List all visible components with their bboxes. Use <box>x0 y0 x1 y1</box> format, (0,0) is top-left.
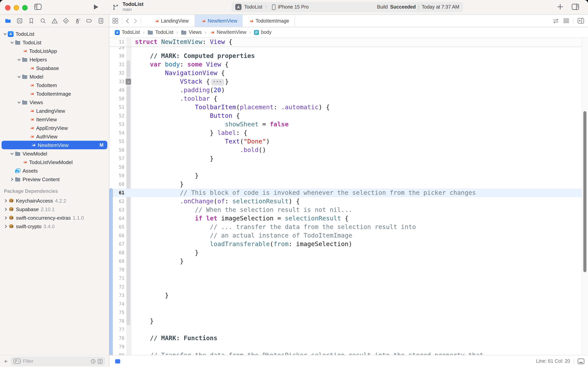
toggle-navigator-icon[interactable] <box>34 3 42 10</box>
tree-item-views[interactable]: Views <box>0 98 109 107</box>
bookmarks-icon[interactable] <box>28 17 35 24</box>
tree-item-todolistviewmodel[interactable]: TodoListViewModel <box>0 158 109 167</box>
breakpoints-icon[interactable] <box>86 17 92 24</box>
tree-item-todoitemimage[interactable]: TodoItemImage <box>0 89 109 98</box>
disclosure-chevron-icon[interactable] <box>16 58 22 61</box>
tree-item-newitemview[interactable]: NewItemViewM <box>1 141 107 149</box>
code-line[interactable]: 33› VStack {•••} <box>109 77 588 86</box>
package-item-supabase[interactable]: Supabase2.10.1 <box>0 205 109 213</box>
code-line[interactable]: 30 // MARK: Computed properties <box>109 52 588 60</box>
tree-item-todoitem[interactable]: TodoItem <box>0 81 109 89</box>
tree-item-helpers[interactable]: Helpers <box>0 55 109 64</box>
breadcrumb-item-views[interactable]: Views <box>181 30 202 35</box>
find-icon[interactable] <box>40 17 46 24</box>
tab-landingview[interactable]: LandingView <box>148 15 195 27</box>
code-line[interactable]: 51 ToolbarItem(placement: .automatic) { <box>109 103 588 112</box>
run-button[interactable] <box>93 4 99 10</box>
code-line[interactable]: 69 } <box>109 257 588 266</box>
disclosure-chevron-icon[interactable] <box>9 152 15 155</box>
source-control-filter-icon[interactable] <box>98 359 103 364</box>
tests-icon[interactable] <box>63 17 69 24</box>
run-destination[interactable]: iPhone 15 Pro <box>278 4 309 10</box>
code-line[interactable]: 31 var body: some View { <box>109 60 588 69</box>
code-line[interactable]: 49 .padding(20) <box>109 86 588 94</box>
code-line[interactable]: 76 } <box>109 317 588 325</box>
breadcrumb-item-newitemview[interactable]: NewItemView <box>210 30 246 35</box>
code-line[interactable]: 67 loadTransferable(from: imageSelection… <box>109 240 588 248</box>
breadcrumb-item-todolist[interactable]: TodoList <box>147 30 173 35</box>
code-line[interactable]: 75 <box>109 308 588 317</box>
disclosure-chevron-icon[interactable] <box>9 177 15 181</box>
code-line[interactable]: 58 <box>109 163 588 171</box>
zoom-button[interactable] <box>22 5 28 10</box>
editor-scrollbar[interactable] <box>582 38 588 355</box>
code-line[interactable]: 63 // When the selection result is not n… <box>109 206 588 214</box>
tree-item-authview[interactable]: AuthView <box>0 132 109 141</box>
disclosure-chevron-icon[interactable] <box>3 199 8 202</box>
code-line[interactable]: 55 Text("Done") <box>109 137 588 146</box>
disclosure-chevron-icon[interactable] <box>2 32 8 36</box>
breadcrumb-item-todolist[interactable]: ATodoList <box>115 30 140 35</box>
debug-icon[interactable] <box>75 17 81 24</box>
project-header[interactable]: TodoList main <box>112 1 143 12</box>
minimize-button[interactable] <box>14 5 19 10</box>
disclosure-chevron-icon[interactable] <box>16 100 22 104</box>
tab-newitemview[interactable]: NewItemView <box>195 15 243 27</box>
scrollbar-thumb[interactable] <box>583 111 587 272</box>
source-control-icon[interactable] <box>16 17 23 24</box>
code-line[interactable]: 68 } <box>109 248 588 257</box>
editor-only-mode-icon[interactable] <box>578 358 585 364</box>
disclosure-chevron-icon[interactable] <box>9 41 15 44</box>
code-line[interactable]: 72 <box>109 283 588 291</box>
scheme-target[interactable]: TodoList <box>244 4 262 10</box>
tree-item-todolistapp[interactable]: TodoListApp <box>0 47 109 55</box>
code-line[interactable]: 59 } <box>109 171 588 180</box>
project-navigator-icon[interactable] <box>5 17 11 24</box>
code-line[interactable]: 61 // This block of code is invoked when… <box>109 189 588 197</box>
filter-field[interactable]: Filter <box>11 357 105 366</box>
fold-marker-icon[interactable]: › <box>126 79 131 85</box>
close-button[interactable] <box>5 5 10 10</box>
scheme-bar[interactable]: A TodoList 〉 iPhone 15 Pro BuildSucceede… <box>231 2 463 12</box>
tree-item-assets[interactable]: Assets <box>0 167 109 175</box>
code-line[interactable]: 53 showSheet = false <box>109 120 588 129</box>
code-line[interactable]: 57 } <box>109 154 588 163</box>
swap-arrows-icon[interactable] <box>553 18 559 24</box>
recent-clock-icon[interactable] <box>91 359 96 364</box>
related-items-grid-icon[interactable] <box>109 15 121 27</box>
tab-todoitemimage[interactable]: TodoItemImage <box>243 15 295 27</box>
package-item-swift-concurrency-extras[interactable]: swift-concurrency-extras1.1.0 <box>0 213 109 222</box>
sticky-code-line[interactable]: 11struct NewItemView: View { <box>109 38 582 46</box>
disclosure-chevron-icon[interactable] <box>3 208 8 211</box>
go-back-icon[interactable] <box>123 15 131 27</box>
code-line[interactable]: 65 // ... transfer the data from the sel… <box>109 223 588 231</box>
code-line[interactable]: 71 <box>109 274 588 283</box>
sticky-declaration-line[interactable]: 11struct NewItemView: View { <box>109 38 582 47</box>
filter-input[interactable]: Filter <box>23 359 33 364</box>
go-forward-icon[interactable] <box>131 15 140 27</box>
tree-item-todolist[interactable]: ATodoList <box>0 30 109 38</box>
add-editor-icon[interactable] <box>578 18 584 24</box>
code-line[interactable]: 78 // MARK: Functions <box>109 334 588 342</box>
code-line[interactable]: 79 <box>109 342 588 351</box>
tree-item-appentryview[interactable]: AppEntryView <box>0 124 109 132</box>
minimap-lines-icon[interactable] <box>563 18 569 23</box>
add-button[interactable] <box>557 3 563 10</box>
document-indicator-icon[interactable] <box>115 359 120 363</box>
code-line[interactable]: 73 } <box>109 291 588 300</box>
toggle-inspector-icon[interactable] <box>572 3 579 10</box>
reports-icon[interactable] <box>98 17 104 24</box>
tree-item-model[interactable]: Model <box>0 72 109 81</box>
code-line[interactable]: 62 .onChange(of: selectionResult) { <box>109 197 588 206</box>
code-line[interactable]: 54 } label: { <box>109 129 588 137</box>
tree-item-viewmodel[interactable]: ViewModel <box>0 149 109 158</box>
code-line[interactable]: 77 <box>109 325 588 334</box>
issues-icon[interactable] <box>51 17 58 24</box>
code-line[interactable]: 52 Button { <box>109 112 588 120</box>
tree-item-supabase[interactable]: Supabase <box>0 64 109 72</box>
disclosure-chevron-icon[interactable] <box>3 225 8 228</box>
tree-item-preview-content[interactable]: Preview Content <box>0 175 109 184</box>
code-line[interactable]: 32 NavigationView { <box>109 69 588 77</box>
package-item-swift-crypto[interactable]: swift-crypto3.4.0 <box>0 222 109 231</box>
breadcrumb-item-body[interactable]: Pbody <box>254 30 271 35</box>
